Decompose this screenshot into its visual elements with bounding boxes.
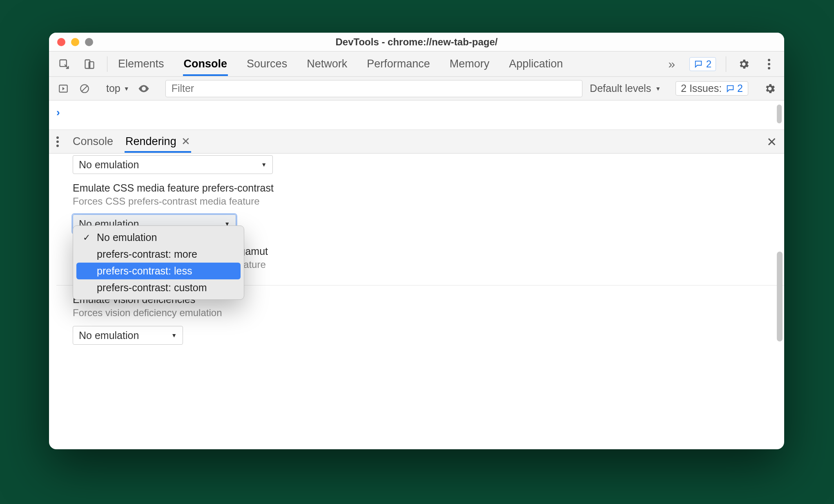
log-levels-selector[interactable]: Default levels ▼ — [590, 83, 661, 94]
issues-counter[interactable]: 2 Issues: 2 — [676, 81, 748, 96]
console-settings-gear-icon[interactable] — [763, 82, 777, 96]
dropdown-option[interactable]: prefers-contrast: less — [76, 263, 241, 279]
scrollbar-thumb[interactable] — [777, 105, 782, 123]
option-label: prefers-contrast: more — [97, 248, 197, 260]
drawer-tab-console[interactable]: Console — [72, 130, 114, 153]
emulate-select-generic[interactable]: No emulation ▼ — [73, 155, 273, 174]
inspect-element-icon[interactable] — [56, 56, 72, 72]
section-subtitle: Forces CSS prefers-contrast media featur… — [73, 196, 768, 207]
devtools-window: DevTools - chrome://new-tab-page/ Elemen… — [49, 33, 784, 449]
tab-memory[interactable]: Memory — [449, 52, 491, 76]
console-filter-input[interactable] — [165, 80, 582, 97]
scrollbar-thumb[interactable] — [777, 252, 783, 341]
toggle-device-toolbar-icon[interactable] — [82, 56, 97, 72]
section-subtitle: Forces vision deficiency emulation — [73, 307, 768, 319]
dropdown-option[interactable]: ✓ No emulation — [76, 229, 241, 246]
chevron-down-icon: ▼ — [655, 85, 661, 92]
separator — [726, 56, 726, 72]
checkmark-icon: ✓ — [82, 232, 91, 243]
drawer-tab-rendering[interactable]: Rendering ✕ — [125, 130, 191, 153]
tab-console[interactable]: Console — [183, 52, 228, 76]
tab-sources[interactable]: Sources — [246, 52, 288, 76]
drawer-tab-label: Rendering — [125, 135, 176, 148]
log-levels-label: Default levels — [590, 83, 651, 94]
prefers-contrast-dropdown: ✓ No emulation prefers-contrast: more pr… — [73, 225, 244, 300]
drawer-more-icon[interactable] — [56, 136, 61, 147]
feedback-badge[interactable]: 2 — [689, 57, 716, 71]
close-drawer-icon[interactable]: ✕ — [767, 135, 777, 149]
issues-label: 2 Issues: — [681, 83, 722, 94]
tab-performance[interactable]: Performance — [366, 52, 431, 76]
more-options-icon[interactable] — [761, 56, 777, 72]
feedback-count: 2 — [706, 58, 711, 70]
clear-console-icon[interactable] — [78, 82, 91, 96]
titlebar: DevTools - chrome://new-tab-page/ — [49, 33, 784, 51]
context-label: top — [106, 83, 120, 94]
chevron-down-icon: ▼ — [171, 332, 177, 339]
option-label: No emulation — [97, 232, 157, 243]
live-expression-eye-icon[interactable] — [137, 82, 151, 96]
rendering-pane: No emulation ▼ Emulate CSS media feature… — [49, 154, 784, 449]
close-tab-icon[interactable]: ✕ — [181, 135, 190, 148]
console-toolbar: top ▼ Default levels ▼ 2 Issues: 2 — [49, 77, 784, 100]
section-title: Emulate CSS media feature prefers-contra… — [73, 182, 768, 194]
option-label: prefers-contrast: less — [97, 265, 192, 277]
toggle-sidebar-icon[interactable] — [56, 82, 70, 96]
tab-network[interactable]: Network — [306, 52, 348, 76]
drawer-tab-label: Console — [73, 135, 113, 148]
option-label: prefers-contrast: custom — [97, 282, 207, 294]
separator — [107, 56, 107, 72]
issues-badge: 2 — [726, 83, 743, 94]
drawer-tabbar: Console Rendering ✕ ✕ — [49, 130, 784, 154]
execution-context-selector[interactable]: top ▼ — [106, 83, 129, 94]
panel-tabs: Elements Console Sources Network Perform… — [117, 52, 564, 76]
chevron-down-icon: ▼ — [124, 85, 129, 92]
select-value: No emulation — [79, 159, 139, 171]
chevron-down-icon: ▼ — [261, 161, 267, 168]
more-tabs-icon[interactable]: » — [664, 56, 680, 72]
console-prompt[interactable]: › — [49, 100, 784, 130]
select-value: No emulation — [79, 330, 139, 341]
dropdown-option[interactable]: prefers-contrast: more — [76, 246, 241, 263]
devtools-tabbar: Elements Console Sources Network Perform… — [49, 51, 784, 77]
settings-gear-icon[interactable] — [736, 56, 751, 72]
prefers-contrast-section: Emulate CSS media feature prefers-contra… — [56, 174, 784, 233]
tab-application[interactable]: Application — [508, 52, 564, 76]
dropdown-option[interactable]: prefers-contrast: custom — [76, 279, 241, 296]
prompt-chevron-icon: › — [56, 106, 60, 119]
issues-badge-count: 2 — [737, 83, 743, 94]
tab-elements[interactable]: Elements — [117, 52, 165, 76]
vision-deficiency-select[interactable]: No emulation ▼ — [73, 326, 183, 345]
window-title: DevTools - chrome://new-tab-page/ — [49, 36, 784, 48]
